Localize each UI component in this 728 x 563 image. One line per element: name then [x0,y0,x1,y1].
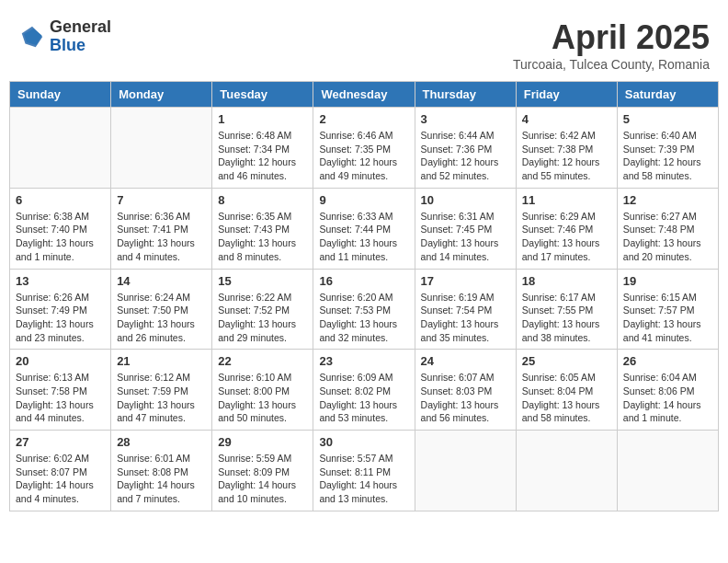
day-number: 9 [319,193,408,207]
day-info: Sunrise: 6:35 AMSunset: 7:43 PMDaylight:… [218,210,307,264]
day-info: Sunrise: 5:59 AMSunset: 8:09 PMDaylight:… [218,452,307,506]
day-info: Sunrise: 6:10 AMSunset: 8:00 PMDaylight:… [218,371,307,425]
day-info: Sunrise: 6:12 AMSunset: 7:59 PMDaylight:… [117,371,206,425]
calendar-cell [516,431,617,511]
day-info: Sunrise: 6:29 AMSunset: 7:46 PMDaylight:… [522,210,611,264]
calendar-cell: 23Sunrise: 6:09 AMSunset: 8:02 PMDayligh… [313,350,415,431]
day-info: Sunrise: 6:05 AMSunset: 8:04 PMDaylight:… [522,371,611,425]
day-info: Sunrise: 6:33 AMSunset: 7:44 PMDaylight:… [319,210,408,264]
calendar-cell: 3Sunrise: 6:44 AMSunset: 7:36 PMDaylight… [415,108,516,189]
calendar-week-row: 6Sunrise: 6:38 AMSunset: 7:40 PMDaylight… [10,188,719,269]
day-number: 28 [117,435,206,449]
day-info: Sunrise: 6:13 AMSunset: 7:58 PMDaylight:… [16,371,105,425]
day-info: Sunrise: 6:38 AMSunset: 7:40 PMDaylight:… [16,210,105,264]
calendar-cell: 20Sunrise: 6:13 AMSunset: 7:58 PMDayligh… [10,350,111,431]
logo-general: General [50,18,111,37]
logo-blue: Blue [50,37,111,55]
calendar-cell: 22Sunrise: 6:10 AMSunset: 8:00 PMDayligh… [212,350,313,431]
calendar-cell [415,431,516,511]
calendar-cell: 29Sunrise: 5:59 AMSunset: 8:09 PMDayligh… [212,431,313,511]
calendar-cell: 17Sunrise: 6:19 AMSunset: 7:54 PMDayligh… [415,269,516,350]
weekday-header: Saturday [617,82,718,108]
calendar-cell: 26Sunrise: 6:04 AMSunset: 8:06 PMDayligh… [617,350,718,431]
calendar-cell: 27Sunrise: 6:02 AMSunset: 8:07 PMDayligh… [10,431,111,511]
calendar-week-row: 1Sunrise: 6:48 AMSunset: 7:34 PMDaylight… [10,108,719,189]
calendar-cell: 4Sunrise: 6:42 AMSunset: 7:38 PMDaylight… [516,108,617,189]
title-section: April 2025 Turcoaia, Tulcea County, Roma… [513,18,710,72]
day-info: Sunrise: 6:15 AMSunset: 7:57 PMDaylight:… [623,291,712,345]
day-number: 11 [522,193,611,207]
calendar-cell: 16Sunrise: 6:20 AMSunset: 7:53 PMDayligh… [313,269,415,350]
calendar-cell: 25Sunrise: 6:05 AMSunset: 8:04 PMDayligh… [516,350,617,431]
calendar-cell [10,108,111,189]
calendar-cell: 7Sunrise: 6:36 AMSunset: 7:41 PMDaylight… [111,188,212,269]
calendar-cell: 6Sunrise: 6:38 AMSunset: 7:40 PMDaylight… [10,188,111,269]
day-number: 23 [319,354,408,368]
day-info: Sunrise: 6:09 AMSunset: 8:02 PMDaylight:… [319,371,408,425]
calendar-table: SundayMondayTuesdayWednesdayThursdayFrid… [9,81,719,511]
calendar-cell: 11Sunrise: 6:29 AMSunset: 7:46 PMDayligh… [516,188,617,269]
day-number: 2 [319,112,408,126]
day-number: 30 [319,435,408,449]
day-info: Sunrise: 6:01 AMSunset: 8:08 PMDaylight:… [117,452,206,506]
calendar-cell: 2Sunrise: 6:46 AMSunset: 7:35 PMDaylight… [313,108,415,189]
day-info: Sunrise: 5:57 AMSunset: 8:11 PMDaylight:… [319,452,408,506]
calendar-cell [617,431,718,511]
day-number: 26 [623,354,712,368]
calendar-cell: 30Sunrise: 5:57 AMSunset: 8:11 PMDayligh… [313,431,415,511]
calendar-cell: 19Sunrise: 6:15 AMSunset: 7:57 PMDayligh… [617,269,718,350]
calendar-cell: 18Sunrise: 6:17 AMSunset: 7:55 PMDayligh… [516,269,617,350]
day-info: Sunrise: 6:19 AMSunset: 7:54 PMDaylight:… [421,291,510,345]
day-number: 8 [218,193,307,207]
calendar-cell: 21Sunrise: 6:12 AMSunset: 7:59 PMDayligh… [111,350,212,431]
day-number: 6 [16,193,105,207]
calendar-cell: 13Sunrise: 6:26 AMSunset: 7:49 PMDayligh… [10,269,111,350]
calendar-header-row: SundayMondayTuesdayWednesdayThursdayFrid… [10,82,719,108]
day-number: 10 [421,193,510,207]
logo-text: General Blue [50,18,111,55]
calendar-cell: 12Sunrise: 6:27 AMSunset: 7:48 PMDayligh… [617,188,718,269]
logo: General Blue [18,18,111,55]
calendar-week-row: 27Sunrise: 6:02 AMSunset: 8:07 PMDayligh… [10,431,719,511]
logo-icon [18,23,46,51]
day-info: Sunrise: 6:27 AMSunset: 7:48 PMDaylight:… [623,210,712,264]
day-number: 12 [623,193,712,207]
day-info: Sunrise: 6:44 AMSunset: 7:36 PMDaylight:… [421,129,510,183]
calendar-week-row: 13Sunrise: 6:26 AMSunset: 7:49 PMDayligh… [10,269,719,350]
weekday-header: Tuesday [212,82,313,108]
calendar-cell: 1Sunrise: 6:48 AMSunset: 7:34 PMDaylight… [212,108,313,189]
day-number: 18 [522,274,611,288]
calendar-cell [111,108,212,189]
day-info: Sunrise: 6:31 AMSunset: 7:45 PMDaylight:… [421,210,510,264]
day-info: Sunrise: 6:42 AMSunset: 7:38 PMDaylight:… [522,129,611,183]
day-info: Sunrise: 6:48 AMSunset: 7:34 PMDaylight:… [218,129,307,183]
day-info: Sunrise: 6:07 AMSunset: 8:03 PMDaylight:… [421,371,510,425]
weekday-header: Sunday [10,82,111,108]
calendar-cell: 5Sunrise: 6:40 AMSunset: 7:39 PMDaylight… [617,108,718,189]
calendar-cell: 8Sunrise: 6:35 AMSunset: 7:43 PMDaylight… [212,188,313,269]
day-number: 4 [522,112,611,126]
calendar-cell: 9Sunrise: 6:33 AMSunset: 7:44 PMDaylight… [313,188,415,269]
weekday-header: Friday [516,82,617,108]
calendar-cell: 24Sunrise: 6:07 AMSunset: 8:03 PMDayligh… [415,350,516,431]
calendar-cell: 10Sunrise: 6:31 AMSunset: 7:45 PMDayligh… [415,188,516,269]
day-number: 5 [623,112,712,126]
day-number: 20 [16,354,105,368]
day-number: 17 [421,274,510,288]
day-number: 3 [421,112,510,126]
calendar-cell: 28Sunrise: 6:01 AMSunset: 8:08 PMDayligh… [111,431,212,511]
day-info: Sunrise: 6:22 AMSunset: 7:52 PMDaylight:… [218,291,307,345]
weekday-header: Monday [111,82,212,108]
day-number: 15 [218,274,307,288]
day-number: 22 [218,354,307,368]
day-info: Sunrise: 6:40 AMSunset: 7:39 PMDaylight:… [623,129,712,183]
calendar-cell: 15Sunrise: 6:22 AMSunset: 7:52 PMDayligh… [212,269,313,350]
day-number: 19 [623,274,712,288]
day-number: 13 [16,274,105,288]
header: General Blue April 2025 Turcoaia, Tulcea… [9,9,719,76]
calendar-cell: 14Sunrise: 6:24 AMSunset: 7:50 PMDayligh… [111,269,212,350]
day-number: 24 [421,354,510,368]
day-number: 27 [16,435,105,449]
day-info: Sunrise: 6:46 AMSunset: 7:35 PMDaylight:… [319,129,408,183]
location-subtitle: Turcoaia, Tulcea County, Romania [513,57,710,72]
